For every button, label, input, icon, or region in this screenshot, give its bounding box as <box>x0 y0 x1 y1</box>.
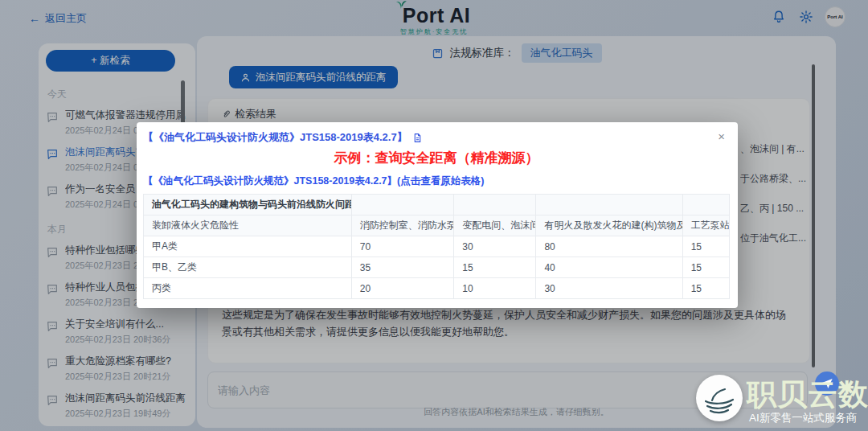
table-cell: 消防控制室、消防水泵房 <box>351 216 454 236</box>
table-cell: 20 <box>351 278 454 299</box>
table-cell: 10 <box>454 278 536 299</box>
table-row: 甲A类70308015 <box>144 236 730 257</box>
table-cell: 甲A类 <box>144 236 352 257</box>
table-row: 丙类20103015 <box>144 278 730 299</box>
table-cell: 80 <box>536 236 682 257</box>
table-cell: 30 <box>536 278 682 299</box>
close-icon[interactable]: × <box>718 130 725 142</box>
source-table-modal: 【《油气化工码头设计防火规范》JTS158-2019表4.2.7】 × 示例：查… <box>137 122 738 308</box>
table-caption-row: 油气化工码头的建构筑物与码头前沿线防火间距（m） <box>144 195 730 216</box>
table-cell: 甲B、乙类 <box>144 257 352 278</box>
example-annotation: 示例：查询安全距离（精准溯源） <box>143 149 730 167</box>
table-cell: 30 <box>454 236 536 257</box>
table-cell: 变配电间、泡沫间 <box>454 216 536 236</box>
table-cell: 15 <box>682 257 729 278</box>
table-cell: 40 <box>536 257 682 278</box>
watermark-brand: 职贝云数 <box>747 375 868 415</box>
watermark-shell-logo-icon <box>696 375 743 421</box>
table-row: 甲B、乙类35154015 <box>144 257 730 278</box>
table-cell: 35 <box>351 257 454 278</box>
table-cell <box>351 195 454 216</box>
table-cell: 有明火及散发火花的建(构)筑物及地点 <box>536 216 682 236</box>
fire-distance-table: 油气化工码头的建构筑物与码头前沿线防火间距（m）装卸液体火灾危险性消防控制室、消… <box>143 194 730 299</box>
document-icon[interactable] <box>412 133 423 143</box>
table-cell: 15 <box>454 257 536 278</box>
table-header-row: 装卸液体火灾危险性消防控制室、消防水泵房变配电间、泡沫间有明火及散发火花的建(构… <box>144 216 730 236</box>
table-cell: 丙类 <box>144 278 352 299</box>
table-cell: 工艺泵站 <box>682 216 729 236</box>
table-cell <box>454 195 536 216</box>
table-cell <box>682 195 729 216</box>
modal-header: 【《油气化工码头设计防火规范》JTS158-2019表4.2.7】 <box>143 130 730 145</box>
original-table-link[interactable]: 【《油气化工码头设计防火规范》JTS158-2019表4.2.7】(点击查看原始… <box>143 174 730 188</box>
table-cell: 油气化工码头的建构筑物与码头前沿线防火间距（m） <box>144 195 352 216</box>
table-cell <box>536 195 682 216</box>
table-cell: 15 <box>682 236 729 257</box>
modal-title: 【《油气化工码头设计防火规范》JTS158-2019表4.2.7】 <box>143 130 407 145</box>
table-cell: 15 <box>682 278 729 299</box>
watermark-subtitle: AI新零售一站式服务商 <box>749 411 857 425</box>
table-cell: 70 <box>351 236 454 257</box>
table-cell: 装卸液体火灾危险性 <box>144 216 352 236</box>
brand-watermark: 职贝云数 AI新零售一站式服务商 <box>693 373 868 429</box>
